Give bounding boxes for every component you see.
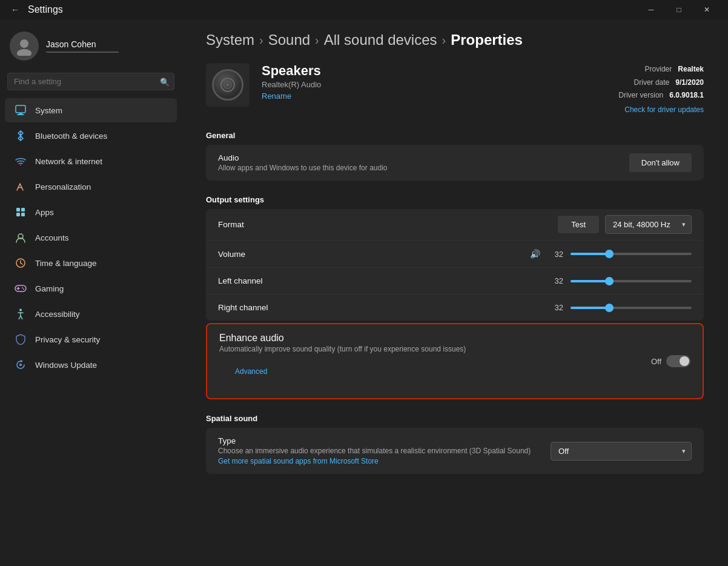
svg-rect-6 [16, 208, 20, 211]
breadcrumb-sep-1: › [259, 33, 263, 47]
sidebar-item-personalization[interactable]: Personalization [5, 175, 177, 199]
titlebar-title: Settings [28, 4, 63, 15]
right-slider-thumb[interactable] [605, 304, 614, 312]
user-name: Jason Cohen [46, 39, 119, 49]
network-icon [15, 155, 27, 167]
volume-slider-track[interactable] [571, 253, 692, 255]
spatial-type-sub: Choose an immersive audio experience tha… [218, 447, 538, 455]
check-driver-link[interactable]: Check for driver updates [618, 104, 704, 117]
enhance-audio-card: Enhance audio Automatically improve soun… [206, 323, 704, 399]
spatial-select-wrapper: OffWindows Sonic for Headphones ▾ [551, 442, 692, 461]
titlebar: ← Settings ─ □ ✕ [0, 0, 728, 19]
dont-allow-button[interactable]: Don't allow [629, 153, 692, 172]
back-button[interactable]: ← [7, 4, 23, 16]
breadcrumb-all-sound[interactable]: All sound devices [324, 32, 437, 48]
gaming-icon [15, 282, 27, 295]
ms-store-link[interactable]: Get more spatial sound apps from Microso… [218, 457, 538, 465]
device-icon [212, 69, 243, 101]
enhance-label-group: Enhance audio Automatically improve soun… [219, 333, 651, 390]
advanced-link[interactable]: Advanced [223, 353, 651, 390]
sidebar: Jason Cohen 🔍 System [0, 19, 182, 566]
sidebar-item-network[interactable]: Network & internet [5, 149, 177, 173]
svg-point-15 [19, 309, 22, 311]
spatial-type-select[interactable]: OffWindows Sonic for Headphones [551, 442, 692, 461]
sidebar-item-time[interactable]: Time & language [5, 251, 177, 275]
sidebar-item-privacy[interactable]: Privacy & security [5, 327, 177, 351]
driver-date-value: 9/1/2020 [675, 78, 704, 87]
volume-slider-fill [571, 253, 609, 255]
close-button[interactable]: ✕ [693, 0, 721, 19]
format-select[interactable]: 24 bit, 48000 Hz16 bit, 44100 Hz24 bit, … [605, 215, 692, 234]
left-channel-value: 32 [546, 276, 563, 285]
device-name: Speakers [262, 63, 606, 79]
volume-icon: 🔊 [530, 249, 540, 259]
volume-slider-thumb[interactable] [605, 250, 614, 258]
enhance-toggle-knob [680, 356, 689, 366]
window-controls: ─ □ ✕ [637, 0, 721, 19]
breadcrumb: System › Sound › All sound devices › Pro… [206, 32, 704, 48]
sidebar-label-accessibility: Accessibility [35, 310, 80, 319]
bluetooth-icon [15, 130, 27, 142]
left-slider-thumb[interactable] [605, 277, 614, 285]
audio-sub: Allow apps and Windows to use this devic… [218, 164, 629, 172]
sidebar-label-accounts: Accounts [35, 233, 69, 242]
device-info: Speakers Realtek(R) Audio Rename [262, 63, 606, 101]
device-icon-box [206, 63, 250, 107]
format-select-wrapper: 24 bit, 48000 Hz16 bit, 44100 Hz24 bit, … [605, 215, 692, 234]
sidebar-label-apps: Apps [35, 208, 54, 217]
test-button[interactable]: Test [558, 216, 599, 233]
sidebar-item-apps[interactable]: Apps [5, 200, 177, 224]
search-input[interactable] [7, 73, 174, 90]
search-box: 🔍 [7, 73, 174, 90]
svg-point-5 [20, 165, 21, 166]
left-slider-fill [571, 280, 609, 282]
driver-version-value: 6.0.9018.1 [669, 91, 704, 99]
svg-point-13 [22, 287, 23, 288]
enhance-audio-row: Enhance audio Automatically improve soun… [207, 324, 703, 398]
spatial-type-row: Type Choose an immersive audio experienc… [206, 428, 704, 474]
enhance-toggle-container: Off [651, 355, 690, 367]
time-icon [15, 257, 27, 269]
output-settings-card: Format Test 24 bit, 48000 Hz16 bit, 4410… [206, 209, 704, 321]
sidebar-label-update: Windows Update [35, 361, 97, 370]
update-icon [15, 359, 27, 371]
format-row: Format Test 24 bit, 48000 Hz16 bit, 4410… [206, 209, 704, 241]
device-header: Speakers Realtek(R) Audio Rename Provide… [206, 63, 704, 116]
sidebar-item-update[interactable]: Windows Update [5, 353, 177, 377]
user-section: Jason Cohen [0, 24, 182, 70]
driver-version-label: Driver version [618, 91, 663, 99]
left-slider-track[interactable] [571, 280, 692, 282]
enhance-toggle[interactable] [666, 355, 690, 367]
breadcrumb-sound[interactable]: Sound [268, 32, 310, 48]
breadcrumb-system[interactable]: System [206, 32, 254, 48]
breadcrumb-sep-3: › [442, 33, 446, 47]
sidebar-item-accessibility[interactable]: Accessibility [5, 302, 177, 326]
svg-rect-4 [17, 115, 24, 116]
general-section-label: General [206, 131, 704, 140]
minimize-button[interactable]: ─ [637, 0, 665, 19]
sidebar-label-gaming: Gaming [35, 284, 64, 293]
maximize-button[interactable]: □ [665, 0, 693, 19]
audio-row: Audio Allow apps and Windows to use this… [206, 145, 704, 181]
avatar [10, 32, 39, 61]
spatial-sound-card: Type Choose an immersive audio experienc… [206, 428, 704, 474]
svg-rect-7 [21, 208, 25, 211]
general-card: Audio Allow apps and Windows to use this… [206, 145, 704, 181]
sidebar-item-system[interactable]: System [5, 98, 177, 122]
svg-point-19 [227, 84, 229, 86]
sidebar-item-gaming[interactable]: Gaming [5, 276, 177, 301]
sidebar-label-system: System [35, 106, 62, 115]
svg-point-16 [19, 364, 22, 366]
svg-point-14 [23, 288, 24, 290]
output-section-label: Output settings [206, 195, 704, 204]
rename-link[interactable]: Rename [262, 92, 291, 101]
sidebar-label-personalization: Personalization [35, 182, 91, 191]
privacy-icon [15, 333, 27, 345]
sidebar-label-bluetooth: Bluetooth & devices [35, 132, 107, 141]
right-slider-fill [571, 307, 609, 309]
search-icon: 🔍 [160, 77, 170, 86]
provider-label: Provider [645, 65, 672, 73]
sidebar-item-bluetooth[interactable]: Bluetooth & devices [5, 124, 177, 148]
sidebar-item-accounts[interactable]: Accounts [5, 225, 177, 250]
right-slider-track[interactable] [571, 307, 692, 309]
